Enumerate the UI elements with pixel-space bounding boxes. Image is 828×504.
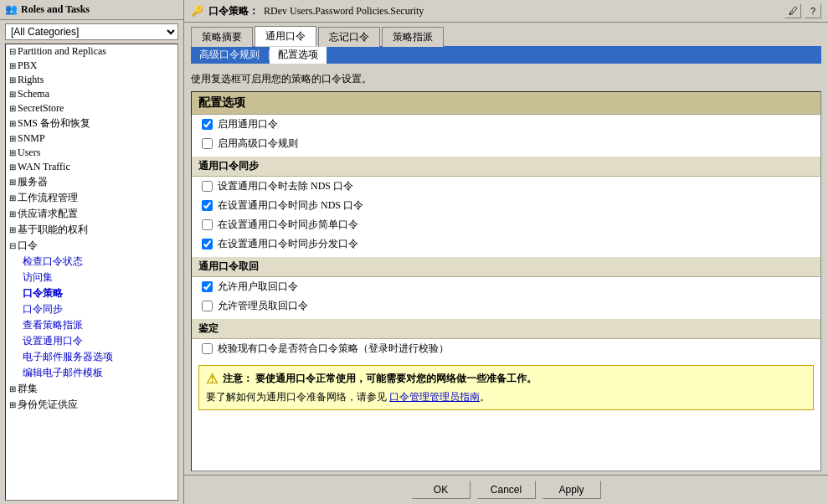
ok-button[interactable]: OK: [412, 481, 471, 499]
title-bar-icons: 🖊 ?: [784, 3, 821, 18]
notice-text: 注意： 要使通用口令正常使用，可能需要对您的网络做一些准备工作。: [223, 372, 537, 386]
checkbox-verify-policy[interactable]: [202, 343, 213, 354]
checkbox-row-sync-remove-nds: 设置通用口令时去除 NDS 口令: [192, 177, 820, 196]
tree-label-password: 口令: [18, 239, 38, 253]
left-panel-header: 👥 Roles and Tasks: [0, 0, 183, 20]
left-panel-title: Roles and Tasks: [21, 3, 90, 16]
expand-icon-identity: ⊞: [9, 400, 16, 409]
checkbox-row-allow-user-retrieve: 允许用户取回口令: [192, 277, 820, 296]
checkbox-label-verify-policy: 校验现有口令是否符合口令策略（登录时进行校验）: [218, 342, 449, 356]
tree-item-pwd-setuniv[interactable]: 设置通用口令: [6, 333, 177, 349]
apply-button[interactable]: Apply: [543, 481, 601, 499]
sub-tab-config[interactable]: 配置选项: [270, 46, 327, 64]
checkbox-label-sync-remove-nds: 设置通用口令时去除 NDS 口令: [218, 179, 353, 193]
tree-label-sms: SMS 备份和恢复: [18, 116, 90, 131]
tree-label-pbx: PBX: [18, 59, 37, 72]
tree-item-pwd-sync[interactable]: 口令同步: [6, 301, 177, 317]
content-desc: 使用复选框可启用您的策略的口令设置。: [191, 72, 821, 86]
tab-summary[interactable]: 策略摘要: [191, 27, 253, 47]
expand-icon-wan: ⊞: [9, 162, 16, 172]
tree-item-snmp[interactable]: ⊞SNMP: [6, 131, 177, 146]
expand-icon-rights: ⊞: [9, 75, 16, 85]
expand-icon-users: ⊞: [9, 148, 16, 157]
tree-label-server: 服务器: [18, 175, 48, 189]
checkbox-label-allow-admin-retrieve: 允许管理员取回口令: [218, 299, 308, 313]
tree-item-sms[interactable]: ⊞SMS 备份和恢复: [6, 116, 177, 131]
notice-link-row: 要了解如何为通用口令准备网络，请参见 口令管理管理员指南。: [206, 390, 806, 404]
category-dropdown[interactable]: [All Categories]: [5, 23, 178, 40]
title-bar: 🔑 口令策略： RDev Users.Password Policies.Sec…: [184, 0, 828, 23]
tree-item-workflow[interactable]: ⊞工作流程管理: [6, 190, 177, 206]
checkbox-sync-dist[interactable]: [202, 239, 213, 249]
content-area: 使用复选框可启用您的策略的口令设置。 配置选项 启用通用口令启用高级口令规则 通…: [184, 64, 828, 475]
sub-tabs-row: 高级口令规则 | 配置选项: [191, 46, 821, 64]
tree-item-server[interactable]: ⊞服务器: [6, 174, 177, 190]
tree-label-schema: Schema: [18, 88, 49, 100]
policy-icon: 🔑: [191, 5, 203, 18]
notice-box: ⚠ 注意： 要使通用口令正常使用，可能需要对您的网络做一些准备工作。 要了解如何…: [198, 365, 814, 410]
notice-suffix: 。: [480, 391, 490, 403]
tree-item-rolebased[interactable]: ⊞基于职能的权利: [6, 222, 177, 238]
tree-label-cluster: 群集: [18, 382, 38, 396]
tree-label-wan: WAN Traffic: [18, 161, 70, 173]
category-dropdown-container: [All Categories]: [5, 23, 178, 40]
tree-item-pbx[interactable]: ⊞PBX: [6, 59, 177, 73]
checkbox-sync-remove-nds[interactable]: [202, 181, 213, 192]
sub-tab-rules[interactable]: 高级口令规则: [191, 46, 268, 64]
checkbox-sync-nds[interactable]: [202, 200, 213, 211]
tree-item-pwd-status[interactable]: 检查口令状态: [6, 254, 177, 270]
auth-header: 鉴定: [192, 319, 820, 339]
checkbox-label-allow-user-retrieve: 允许用户取回口令: [218, 280, 298, 294]
checkbox-enable-universal[interactable]: [202, 119, 213, 130]
tab-forgot[interactable]: 忘记口令: [318, 27, 380, 47]
tree-item-pwd-queue[interactable]: 访问集: [6, 270, 177, 285]
checkbox-allow-admin-retrieve[interactable]: [202, 301, 213, 311]
left-panel: 👥 Roles and Tasks [All Categories] ⊟Part…: [0, 0, 184, 504]
expand-icon-pbx: ⊞: [9, 61, 16, 70]
tree-item-identity[interactable]: ⊞身份凭证供应: [6, 397, 177, 413]
expand-icon-workflow: ⊞: [9, 193, 16, 203]
tree-item-pwd-policy[interactable]: 口令策略: [6, 285, 177, 301]
tree-item-pwd-editemail[interactable]: 编辑电子邮件模板: [6, 365, 177, 381]
tree-label-workflow: 工作流程管理: [18, 191, 78, 205]
help-button[interactable]: ?: [805, 3, 821, 18]
expand-icon-sms: ⊞: [9, 119, 16, 128]
checkbox-allow-user-retrieve[interactable]: [202, 281, 213, 292]
expand-icon-cluster: ⊞: [9, 384, 16, 393]
expand-icon-server: ⊞: [9, 177, 16, 187]
tree-item-pwd-emailsvc[interactable]: 电子邮件服务器选项: [6, 349, 177, 365]
tree-label-partition: Partition and Replicas: [18, 45, 106, 58]
edit-button[interactable]: 🖊: [784, 3, 801, 18]
tree-item-pwd-viewpol[interactable]: 查看策略指派: [6, 317, 177, 333]
tree-item-cluster[interactable]: ⊞群集: [6, 381, 177, 397]
notice-link[interactable]: 口令管理管理员指南: [389, 391, 480, 403]
tree-label-users: Users: [18, 147, 40, 159]
tree-item-secretstore[interactable]: ⊞SecretStore: [6, 101, 177, 116]
checkbox-label-enable-universal: 启用通用口令: [218, 117, 278, 131]
title-bar-path: RDev Users.Password Policies.Security: [264, 5, 424, 18]
tree-item-users[interactable]: ⊞Users: [6, 146, 177, 160]
roles-icon: 👥: [5, 3, 18, 16]
checkbox-sync-simple[interactable]: [202, 219, 213, 230]
cancel-button[interactable]: Cancel: [477, 481, 536, 499]
notice-prefix: 要了解如何为通用口令准备网络，请参见: [206, 391, 389, 403]
tree-item-schema[interactable]: ⊞Schema: [6, 87, 177, 101]
tree-item-wan[interactable]: ⊞WAN Traffic: [6, 160, 177, 174]
checkbox-row-sync-dist: 在设置通用口令时同步分发口令: [192, 234, 820, 254]
checkbox-label-sync-simple: 在设置通用口令时同步简单口令: [218, 218, 358, 232]
tree-item-rights[interactable]: ⊞Rights: [6, 73, 177, 87]
notice-top: ⚠ 注意： 要使通用口令正常使用，可能需要对您的网络做一些准备工作。: [206, 371, 806, 387]
tab-instruction[interactable]: 策略指派: [382, 27, 444, 47]
checkbox-label-sync-dist: 在设置通用口令时同步分发口令: [218, 237, 358, 251]
expand-icon-password: ⊟: [9, 241, 16, 250]
tree-item-supply[interactable]: ⊞供应请求配置: [6, 206, 177, 222]
tree-item-password[interactable]: ⊟口令: [6, 238, 177, 254]
tree-item-partition[interactable]: ⊟Partition and Replicas: [6, 44, 177, 59]
expand-icon-rolebased: ⊞: [9, 225, 16, 234]
expand-icon-supply: ⊞: [9, 209, 16, 219]
tree-label-snmp: SNMP: [18, 132, 45, 145]
tab-universal[interactable]: 通用口令: [255, 26, 316, 47]
warning-icon: ⚠: [206, 371, 218, 387]
checkbox-enable-advanced[interactable]: [202, 138, 213, 149]
tree-label-rights: Rights: [18, 74, 44, 86]
